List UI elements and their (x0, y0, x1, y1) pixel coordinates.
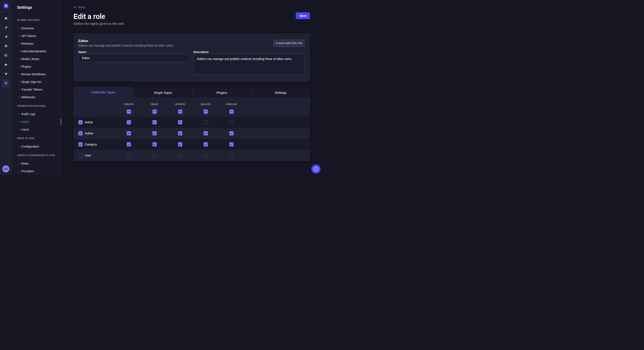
svg-text:?: ? (315, 168, 317, 170)
